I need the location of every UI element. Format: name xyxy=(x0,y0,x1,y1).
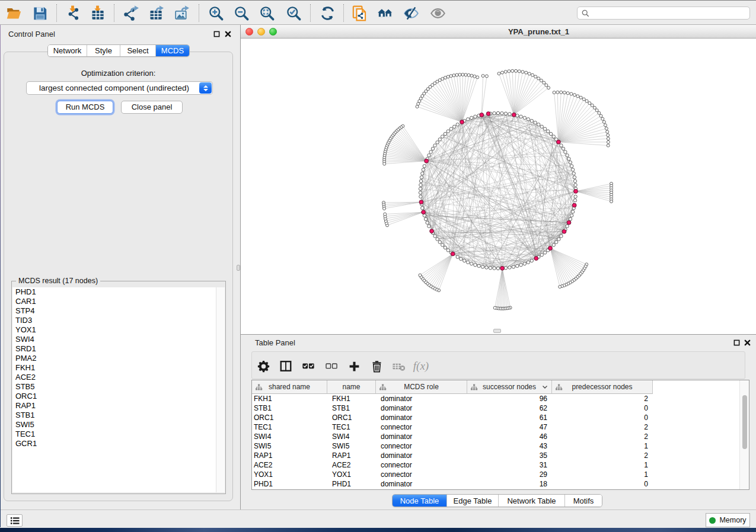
cell-predecessors: 1 xyxy=(552,460,653,470)
column-header-name[interactable]: name xyxy=(327,380,376,394)
show-columns-button[interactable] xyxy=(277,357,295,375)
zoom-out-button[interactable] xyxy=(231,5,251,21)
mcds-list-scrollbar[interactable] xyxy=(216,287,225,492)
tab-mcds[interactable]: MCDS xyxy=(156,45,189,56)
mcds-result-item[interactable]: STB1 xyxy=(12,411,216,420)
zoom-fit-button[interactable] xyxy=(257,5,277,21)
mcds-result-item[interactable]: CAR1 xyxy=(12,297,216,306)
close-icon xyxy=(225,31,231,37)
zoom-in-button[interactable] xyxy=(206,5,226,21)
zoom-in-icon xyxy=(208,5,224,21)
mcds-result-item[interactable]: RAP1 xyxy=(12,401,216,411)
mcds-result-item[interactable]: ACE2 xyxy=(12,373,216,382)
search-icon xyxy=(582,9,589,17)
select-all-button[interactable] xyxy=(299,357,317,375)
float-panel-button[interactable] xyxy=(213,30,220,37)
table-row[interactable]: SWI4SWI4dominator462 xyxy=(252,432,739,441)
table-close-button[interactable] xyxy=(744,339,751,346)
table-row[interactable]: ACE2ACE2connector311 xyxy=(252,460,739,470)
import-network-button[interactable] xyxy=(62,5,82,21)
mcds-result-item[interactable]: TEC1 xyxy=(12,430,216,439)
mcds-result-item[interactable]: YOX1 xyxy=(12,325,216,335)
float-icon xyxy=(733,339,740,346)
vertical-splitter-handle[interactable] xyxy=(237,265,240,271)
column-label: successor nodes xyxy=(483,383,536,391)
delete-row-button[interactable] xyxy=(368,357,385,375)
mcds-result-list[interactable]: PHD1CAR1STP4TID3YOX1SWI4SRD1PMA2FKH1ACE2… xyxy=(12,287,216,492)
export-image-button[interactable] xyxy=(171,5,191,21)
table-row[interactable]: TEC1TEC1connector472 xyxy=(252,422,739,432)
mcds-result-item[interactable]: SRD1 xyxy=(12,344,216,354)
run-mcds-button[interactable]: Run MCDS xyxy=(57,101,113,114)
table-row[interactable]: YOX1YOX1connector291 xyxy=(252,470,739,479)
task-history-button[interactable] xyxy=(7,514,23,527)
eye-slash-icon xyxy=(403,5,419,21)
apply-layout-button[interactable] xyxy=(317,5,337,21)
export-table-icon xyxy=(148,5,164,21)
table-row[interactable]: SWI5SWI5connector431 xyxy=(252,441,739,451)
mcds-result-item[interactable]: STB5 xyxy=(12,382,216,392)
close-panel-button[interactable] xyxy=(224,30,231,37)
mcds-result-item[interactable]: SWI4 xyxy=(12,335,216,344)
clone-network-button[interactable] xyxy=(349,5,369,21)
mcds-result-item[interactable]: ORC1 xyxy=(12,392,216,401)
mcds-result-item[interactable]: GCR1 xyxy=(12,439,216,448)
table-scrollbar[interactable] xyxy=(739,380,749,489)
export-network-button[interactable] xyxy=(120,5,141,21)
table-float-button[interactable] xyxy=(733,339,740,346)
tab-network-table[interactable]: Network Table xyxy=(499,495,565,507)
first-neighbors-button[interactable] xyxy=(375,5,395,21)
delete-table-button[interactable] xyxy=(390,357,407,375)
column-header-predecessors[interactable]: predecessor nodes xyxy=(552,380,653,394)
deselect-all-button[interactable] xyxy=(323,357,340,375)
mcds-result-item[interactable]: TID3 xyxy=(12,316,216,325)
memory-button[interactable]: Memory xyxy=(706,513,750,527)
toolbar-separator xyxy=(114,4,114,22)
float-icon xyxy=(213,31,220,37)
zoom-selected-button[interactable] xyxy=(283,5,304,21)
save-session-button[interactable] xyxy=(30,5,50,21)
table-row[interactable]: PHD1PHD1dominator180 xyxy=(252,479,739,489)
mcds-result-item[interactable]: PHD1 xyxy=(12,287,216,297)
horizontal-splitter-handle[interactable] xyxy=(493,329,501,333)
cell-role: connector xyxy=(376,441,467,451)
network-canvas[interactable] xyxy=(241,39,756,335)
table-row[interactable]: FKH1FKH1dominator962 xyxy=(252,394,739,403)
tab-style[interactable]: Style xyxy=(87,45,120,56)
function-builder-button[interactable]: f(x) xyxy=(412,357,430,375)
tab-network[interactable]: Network xyxy=(48,45,87,56)
cell-shared_name: SWI5 xyxy=(252,441,327,451)
open-file-button[interactable] xyxy=(4,5,24,21)
search-input[interactable] xyxy=(592,8,749,18)
tab-node-table[interactable]: Node Table xyxy=(393,495,447,507)
show-all-button[interactable] xyxy=(428,5,448,21)
mcds-result-item[interactable]: SWI5 xyxy=(12,420,216,430)
cell-shared_name: TEC1 xyxy=(252,422,327,432)
optimization-criterion-select[interactable]: largest connected component (undirected) xyxy=(26,81,213,95)
tab-motifs[interactable]: Motifs xyxy=(565,495,602,507)
table-scrollbar-thumb[interactable] xyxy=(742,395,747,449)
add-row-button[interactable] xyxy=(345,357,363,375)
export-table-button[interactable] xyxy=(145,5,165,21)
trash-icon xyxy=(371,360,383,373)
cell-name: STB1 xyxy=(327,403,376,413)
cell-shared_name: ORC1 xyxy=(252,413,327,422)
column-settings-button[interactable] xyxy=(254,357,272,375)
tab-edge-table[interactable]: Edge Table xyxy=(447,495,499,507)
tab-select[interactable]: Select xyxy=(120,45,156,56)
mcds-result-item[interactable]: STP4 xyxy=(12,306,216,316)
table-row[interactable]: RAP1RAP1dominator352 xyxy=(252,451,739,460)
import-table-button[interactable] xyxy=(87,5,107,21)
mcds-result-item[interactable]: FKH1 xyxy=(12,363,216,373)
cell-name: ACE2 xyxy=(327,460,376,470)
column-header-role[interactable]: MCDS role xyxy=(376,380,467,394)
column-header-shared_name[interactable]: shared name xyxy=(252,380,327,394)
close-panel-button-mcds[interactable]: Close panel xyxy=(121,101,183,114)
zoom-selected-icon xyxy=(286,5,302,21)
hide-selected-button[interactable] xyxy=(401,5,421,21)
table-row[interactable]: STB1STB1dominator620 xyxy=(252,403,739,413)
table-row[interactable]: ORC1ORC1dominator610 xyxy=(252,413,739,422)
column-header-successors[interactable]: successor nodes xyxy=(467,380,552,394)
documents-share-icon xyxy=(352,5,368,21)
mcds-result-item[interactable]: PMA2 xyxy=(12,354,216,363)
